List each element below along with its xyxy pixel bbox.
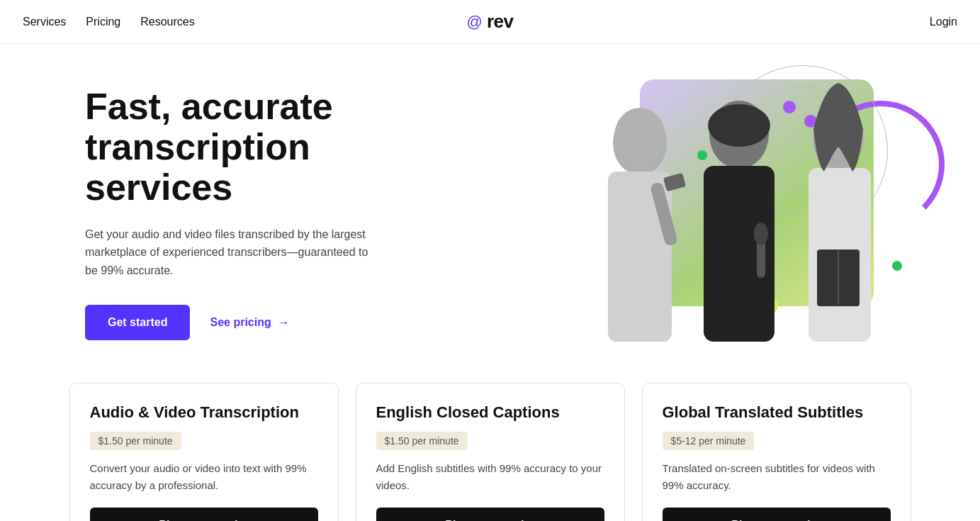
card-1-title: Audio & Video Transcription [90, 403, 318, 422]
nav-services[interactable]: Services [23, 16, 66, 28]
svg-point-7 [708, 104, 770, 147]
nav-logo[interactable]: @ rev [467, 11, 514, 33]
get-started-button[interactable]: Get started [85, 305, 190, 340]
card-3-description: Translated on-screen subtitles for video… [663, 460, 891, 493]
card-1-price: $1.50 per minute [90, 432, 181, 450]
svg-point-2 [614, 108, 665, 164]
nav-right: Login [930, 16, 957, 28]
logo-text: rev [487, 11, 514, 33]
card-2-order-button[interactable]: Place your order [376, 508, 604, 521]
hero-title: Fast, accurate transcription services [85, 86, 454, 208]
hero-description: Get your audio and video files transcrib… [85, 225, 383, 280]
card-3-order-button[interactable]: Place your order [663, 508, 891, 521]
card-3-price: $5-12 per minute [663, 432, 755, 450]
hero-section: Fast, accurate transcription services Ge… [0, 44, 980, 369]
card-1-description: Convert your audio or video into text wi… [90, 460, 318, 493]
hero-people-svg [548, 72, 902, 342]
card-2-title: English Closed Captions [376, 403, 604, 422]
see-pricing-label: See pricing [210, 316, 271, 329]
card-1-order-button[interactable]: Place your order [90, 508, 318, 521]
nav-resources[interactable]: Resources [140, 16, 194, 28]
card-2-price: $1.50 per minute [376, 432, 468, 450]
hero-buttons: Get started See pricing → [85, 305, 454, 340]
login-link[interactable]: Login [930, 16, 957, 28]
card-2-description: Add English subtitles with 99% accuracy … [376, 460, 604, 493]
card-global-subtitles: Global Translated Subtitles $5-12 per mi… [642, 383, 911, 521]
hero-visual [562, 58, 959, 342]
svg-point-9 [754, 223, 768, 245]
card-english-captions: English Closed Captions $1.50 per minute… [356, 383, 625, 521]
arrow-icon: → [277, 315, 290, 330]
nav-pricing[interactable]: Pricing [86, 16, 120, 28]
card-3-title: Global Translated Subtitles [663, 403, 891, 422]
logo-at-icon: @ [467, 13, 483, 31]
navbar: Services Pricing Resources @ rev Login [0, 0, 980, 44]
cards-section: Audio & Video Transcription $1.50 per mi… [0, 369, 980, 521]
card-human-transcription: Audio & Video Transcription $1.50 per mi… [69, 383, 339, 521]
nav-left: Services Pricing Resources [23, 16, 195, 28]
see-pricing-button[interactable]: See pricing → [210, 315, 289, 330]
hero-content: Fast, accurate transcription services Ge… [85, 86, 454, 340]
